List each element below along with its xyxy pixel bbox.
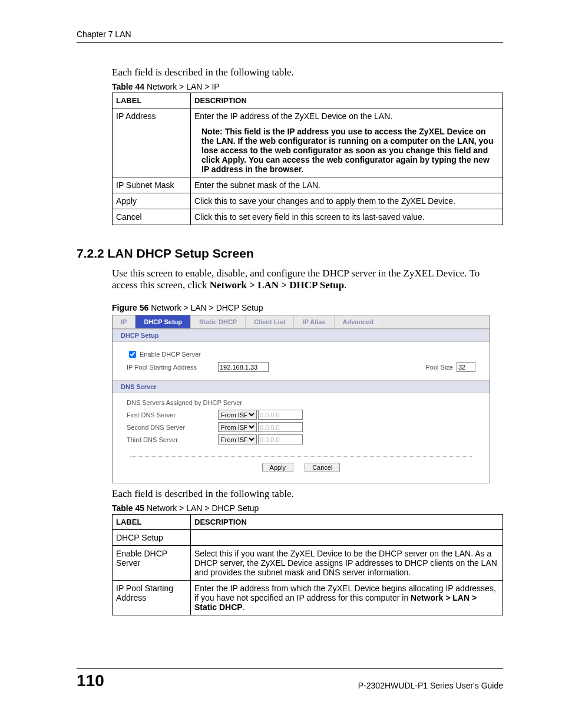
pool-start-label: IP Pool Starting Address bbox=[127, 364, 218, 371]
cell-desc: Enter the IP address from which the ZyXE… bbox=[191, 581, 503, 615]
table45: LABEL DESCRIPTION DHCP Setup Enable DHCP… bbox=[112, 514, 503, 615]
dns-assigned-label: DNS Servers Assigned by DHCP Server bbox=[127, 399, 475, 406]
tab-dhcp-setup[interactable]: DHCP Setup bbox=[135, 315, 191, 328]
third-dns-ip[interactable] bbox=[258, 434, 303, 444]
pool-start-input[interactable] bbox=[218, 362, 269, 372]
cell-label: Enable DHCP Server bbox=[113, 546, 191, 581]
section-para-b: Network > LAN > DHCP Setup bbox=[210, 279, 345, 291]
cell-label: DHCP Setup bbox=[113, 530, 191, 546]
third-dns-label: Third DNS Server bbox=[127, 436, 218, 443]
cell-desc: Enter the subnet mask of the LAN. bbox=[191, 177, 503, 193]
pool-size-label: Pool Size bbox=[426, 364, 453, 371]
table-row: Cancel Click this to set every field in … bbox=[113, 209, 503, 225]
table-row: IP Pool Starting Address Enter the IP ad… bbox=[113, 581, 503, 615]
enable-dhcp-checkbox[interactable] bbox=[129, 351, 136, 358]
table-row: DHCP Setup bbox=[113, 530, 503, 546]
figure56: IP DHCP Setup Static DHCP Client List IP… bbox=[112, 315, 490, 483]
guide-title: P-2302HWUDL-P1 Series User's Guide bbox=[358, 681, 503, 690]
enable-dhcp-label: Enable DHCP Server bbox=[140, 351, 201, 358]
figure56-caption-bold: Figure 56 bbox=[112, 303, 148, 312]
cell-desc bbox=[191, 530, 503, 546]
page-footer: 110 P-2302HWUDL-P1 Series User's Guide bbox=[77, 668, 503, 690]
cancel-button[interactable]: Cancel bbox=[305, 463, 340, 472]
section-7-2-2-para: Use this screen to enable, disable, and … bbox=[112, 268, 503, 291]
section-7-2-2-title: 7.2.2 LAN DHCP Setup Screen bbox=[77, 246, 503, 261]
tab-ip[interactable]: IP bbox=[113, 315, 135, 328]
third-dns-select[interactable]: From ISP bbox=[218, 434, 257, 444]
cell-desc: Click this to save your changes and to a… bbox=[191, 193, 503, 209]
table45-head-desc: DESCRIPTION bbox=[191, 515, 503, 530]
table-row: Enable DHCP Server Select this if you wa… bbox=[113, 546, 503, 581]
table45-caption-rest: Network > LAN > DHCP Setup bbox=[144, 503, 259, 513]
ip-address-note: Note: This field is the IP address you u… bbox=[201, 127, 499, 174]
first-dns-label: First DNS Server bbox=[127, 411, 218, 419]
cell-label: Apply bbox=[113, 193, 191, 209]
tab-bar: IP DHCP Setup Static DHCP Client List IP… bbox=[113, 315, 490, 329]
first-dns-select[interactable]: From ISP bbox=[218, 410, 257, 420]
dns-server-header: DNS Server bbox=[113, 380, 490, 393]
table-row: Apply Click this to save your changes an… bbox=[113, 193, 503, 209]
section-para-c: . bbox=[344, 279, 346, 291]
table-row: IP Address Enter the IP address of the Z… bbox=[113, 108, 503, 177]
table44-caption: Table 44 Network > LAN > IP bbox=[112, 82, 503, 91]
table45-caption: Table 45 Network > LAN > DHCP Setup bbox=[112, 503, 503, 513]
page-header: Chapter 7 LAN bbox=[77, 29, 503, 43]
tab-static-dhcp[interactable]: Static DHCP bbox=[191, 315, 246, 328]
table44-head-desc: DESCRIPTION bbox=[191, 93, 503, 108]
table44-head-label: LABEL bbox=[113, 93, 191, 108]
tab-ip-alias[interactable]: IP Alias bbox=[294, 315, 334, 328]
second-dns-ip[interactable] bbox=[258, 422, 303, 432]
cell-desc: Select this if you want the ZyXEL Device… bbox=[191, 546, 503, 581]
table45-caption-bold: Table 45 bbox=[112, 503, 144, 513]
intro-text-1: Each field is described in the following… bbox=[112, 67, 503, 78]
second-dns-select[interactable]: From ISP bbox=[218, 422, 257, 432]
intro-text-2: Each field is described in the following… bbox=[112, 488, 503, 500]
first-dns-ip[interactable] bbox=[258, 410, 303, 420]
table44-caption-bold: Table 44 bbox=[112, 82, 144, 91]
cell-label: IP Address bbox=[113, 108, 191, 177]
table-row: IP Subnet Mask Enter the subnet mask of … bbox=[113, 177, 503, 193]
apply-button[interactable]: Apply bbox=[262, 463, 294, 472]
dhcp-setup-header: DHCP Setup bbox=[113, 329, 490, 342]
tab-client-list[interactable]: Client List bbox=[246, 315, 294, 328]
table44: LABEL DESCRIPTION IP Address Enter the I… bbox=[112, 93, 503, 225]
cell-desc: Enter the IP address of the ZyXEL Device… bbox=[191, 108, 503, 177]
pool-size-input[interactable] bbox=[457, 362, 475, 372]
figure56-caption-rest: Network > LAN > DHCP Setup bbox=[148, 303, 263, 312]
page-number: 110 bbox=[77, 671, 104, 690]
cell-desc: Click this to set every field in this sc… bbox=[191, 209, 503, 225]
cell-label: IP Pool Starting Address bbox=[113, 581, 191, 615]
table44-caption-rest: Network > LAN > IP bbox=[144, 82, 220, 91]
tab-advanced[interactable]: Advanced bbox=[335, 315, 383, 328]
cell-desc-text: Enter the IP address of the ZyXEL Device… bbox=[194, 111, 392, 121]
cell-desc-c: . bbox=[243, 602, 245, 612]
figure56-caption: Figure 56 Network > LAN > DHCP Setup bbox=[112, 303, 503, 312]
cell-label: IP Subnet Mask bbox=[113, 177, 191, 193]
cell-label: Cancel bbox=[113, 209, 191, 225]
table45-head-label: LABEL bbox=[113, 515, 191, 530]
second-dns-label: Second DNS Server bbox=[127, 424, 218, 431]
